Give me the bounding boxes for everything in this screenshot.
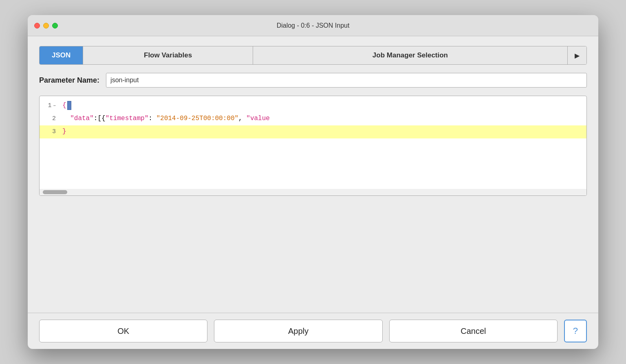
- line-content-1: {: [59, 100, 586, 111]
- cursor: [67, 101, 71, 110]
- window-title: Dialog - 0:6 - JSON Input: [277, 22, 350, 29]
- ok-button[interactable]: OK: [39, 320, 207, 342]
- json-editor[interactable]: 1 − { 2 "data":[{"timestamp": "2014-09-2…: [39, 96, 587, 196]
- editor-scrollbar[interactable]: [40, 189, 586, 195]
- editor-line-3: 3 }: [40, 125, 586, 138]
- editor-line-1: 1 − {: [40, 99, 586, 112]
- footer: OK Apply Cancel ?: [28, 313, 598, 349]
- line-content-3: }: [59, 126, 586, 137]
- scrollbar-thumb[interactable]: [43, 190, 67, 194]
- parameter-name-row: Parameter Name:: [39, 73, 587, 88]
- close-button[interactable]: [34, 23, 40, 29]
- line-number-2: 2: [40, 114, 59, 124]
- dialog-window: Dialog - 0:6 - JSON Input JSON Flow Vari…: [28, 15, 598, 349]
- tab-bar: JSON Flow Variables Job Manager Selectio…: [39, 46, 587, 65]
- tab-flow-variables[interactable]: Flow Variables: [83, 46, 253, 64]
- line-number-1: 1 −: [40, 101, 59, 111]
- editor-line-2: 2 "data":[{"timestamp": "2014-09-25T00:0…: [40, 112, 586, 125]
- help-button[interactable]: ?: [564, 320, 587, 342]
- line-content-2: "data":[{"timestamp": "2014-09-25T00:00:…: [59, 113, 586, 124]
- title-bar: Dialog - 0:6 - JSON Input: [28, 15, 598, 36]
- tab-json[interactable]: JSON: [40, 46, 83, 64]
- cancel-button[interactable]: Cancel: [389, 320, 558, 342]
- tab-job-manager[interactable]: Job Manager Selection: [253, 46, 568, 64]
- line-number-3: 3: [40, 127, 59, 137]
- apply-button[interactable]: Apply: [214, 320, 382, 342]
- tab-next-button[interactable]: ▶: [568, 46, 586, 64]
- spacer: [39, 204, 587, 303]
- parameter-name-input[interactable]: [106, 73, 587, 88]
- editor-content: 1 − { 2 "data":[{"timestamp": "2014-09-2…: [40, 96, 586, 189]
- minimize-button[interactable]: [43, 23, 49, 29]
- fold-icon-1[interactable]: −: [53, 102, 56, 110]
- maximize-button[interactable]: [52, 23, 58, 29]
- traffic-lights: [34, 23, 58, 29]
- main-content: JSON Flow Variables Job Manager Selectio…: [28, 36, 598, 313]
- parameter-name-label: Parameter Name:: [39, 76, 99, 85]
